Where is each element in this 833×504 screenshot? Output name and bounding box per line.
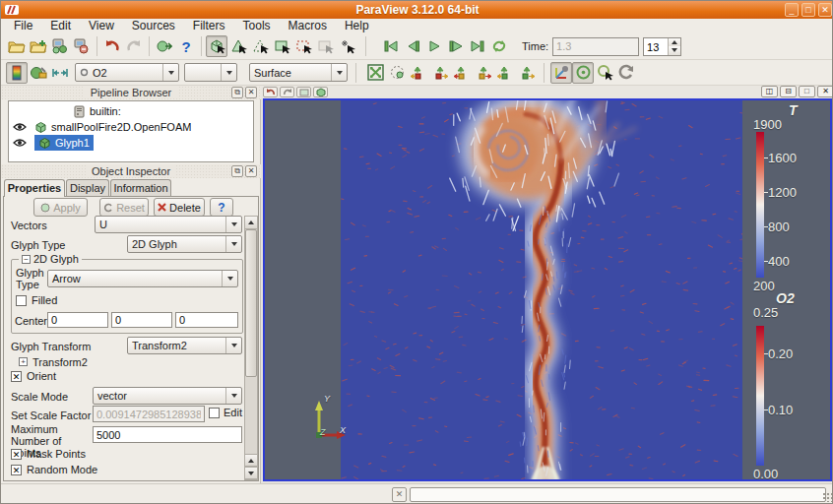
next-frame-button[interactable] xyxy=(445,35,467,57)
eye-visible-icon[interactable] xyxy=(13,122,27,132)
inspector-close-button[interactable]: ✕ xyxy=(245,165,257,177)
scroll-down-button[interactable] xyxy=(245,467,257,479)
pipeline-browser-header[interactable]: Pipeline Browser ⧉ ✕ xyxy=(1,86,261,99)
menu-item-view[interactable]: View xyxy=(80,19,123,33)
select-cells-through-button[interactable] xyxy=(271,35,292,57)
show-center-button[interactable] xyxy=(572,62,594,84)
glyph-transform-dropdown-button[interactable] xyxy=(225,338,241,353)
pipeline-selected-item[interactable]: Glyph1 xyxy=(34,135,94,151)
component-dropdown-button[interactable] xyxy=(221,64,236,81)
edit-color-map-button[interactable] xyxy=(28,62,49,84)
menu-item-help[interactable]: Help xyxy=(336,19,378,33)
edit-checkbox[interactable] xyxy=(209,408,220,418)
collapse-icon[interactable]: − xyxy=(22,255,31,264)
mask-points-checkbox[interactable]: ✕ xyxy=(11,449,22,460)
cancel-progress-button[interactable]: ✕ xyxy=(392,487,407,502)
camera-redo-button[interactable] xyxy=(280,87,294,97)
title-bar[interactable]: ParaView 3.12.0 64-bit _ □ ✕ xyxy=(1,1,833,19)
representation-combobox[interactable]: Surface xyxy=(249,63,348,82)
menu-item-tools[interactable]: Tools xyxy=(234,19,280,33)
play-button[interactable] xyxy=(423,35,445,57)
loop-button[interactable] xyxy=(488,35,510,57)
scale-factor-field[interactable] xyxy=(93,406,205,422)
max-points-field[interactable] xyxy=(93,426,242,443)
filled-checkbox[interactable] xyxy=(16,295,27,306)
tab-display[interactable]: Display xyxy=(66,179,109,196)
glyph-transform-combobox[interactable]: Transform2 xyxy=(127,337,242,354)
undo-button[interactable] xyxy=(101,35,123,57)
inspector-float-button[interactable]: ⧉ xyxy=(231,165,243,177)
expand-icon[interactable]: + xyxy=(19,357,28,366)
menu-item-sources[interactable]: Sources xyxy=(123,19,184,33)
view-minus-x-button[interactable] xyxy=(429,62,451,84)
delete-button[interactable]: Delete xyxy=(154,198,205,217)
toggle-2d-button[interactable] xyxy=(296,87,311,97)
tab-properties[interactable]: Properties xyxy=(4,179,65,197)
split-vertical-button[interactable]: ⊟ xyxy=(780,86,797,97)
eye-visible-icon[interactable] xyxy=(13,138,27,148)
last-frame-button[interactable] xyxy=(467,35,488,57)
time-value-field[interactable] xyxy=(552,37,639,56)
glyph2d-type-combobox[interactable]: Arrow xyxy=(47,270,238,287)
redo-button[interactable] xyxy=(123,35,145,57)
menu-item-edit[interactable]: Edit xyxy=(41,19,80,33)
inspector-help-button[interactable]: ? xyxy=(210,198,233,217)
select-cells-on-button[interactable] xyxy=(227,35,249,57)
color-by-dropdown-button[interactable] xyxy=(162,64,178,81)
color-by-combobox[interactable]: O2 xyxy=(75,63,179,82)
select-points-through-button[interactable] xyxy=(292,35,314,57)
menu-item-file[interactable]: File xyxy=(5,19,41,33)
interactive-select-button[interactable] xyxy=(336,35,357,57)
scrollbar-thumb[interactable] xyxy=(245,229,257,377)
properties-scrollbar[interactable] xyxy=(244,216,258,480)
orient-checkbox[interactable]: ✕ xyxy=(11,371,22,382)
select-points-on-button[interactable] xyxy=(249,35,271,57)
scroll-up2-button[interactable] xyxy=(245,454,257,467)
minimize-button[interactable]: _ xyxy=(785,3,799,17)
view-plus-x-button[interactable] xyxy=(408,62,429,84)
pipeline-close-button[interactable]: ✕ xyxy=(245,87,257,98)
reset-camera-button[interactable] xyxy=(364,62,386,84)
rescale-to-data-button[interactable] xyxy=(49,62,71,84)
pick-center-button[interactable] xyxy=(594,62,615,84)
frame-spinbox[interactable] xyxy=(643,37,681,56)
select-block-button[interactable] xyxy=(314,35,336,57)
split-horizontal-button[interactable]: ◫ xyxy=(761,86,778,97)
random-mode-checkbox[interactable]: ✕ xyxy=(11,465,22,475)
previous-frame-button[interactable] xyxy=(402,35,423,57)
pipeline-item-glyph[interactable]: Glyph1 xyxy=(11,135,94,151)
representation-dropdown-button[interactable] xyxy=(331,64,347,81)
connect-server-button[interactable] xyxy=(49,35,71,57)
center-y-field[interactable] xyxy=(111,312,172,328)
reset-button[interactable]: Reset xyxy=(99,198,149,217)
glyph-group-title[interactable]: − 2D Glyph xyxy=(19,253,82,265)
pipeline-server-item[interactable]: builtin: xyxy=(74,103,121,119)
menu-item-macros[interactable]: Macros xyxy=(280,19,336,33)
view-minus-y-button[interactable] xyxy=(473,62,494,84)
view-minus-z-button[interactable] xyxy=(516,62,538,84)
frame-up-button[interactable] xyxy=(669,38,680,47)
scale-mode-combobox[interactable]: vector xyxy=(93,387,242,405)
reset-center-button[interactable] xyxy=(615,62,637,84)
disconnect-server-button[interactable] xyxy=(71,35,93,57)
open-file-button[interactable] xyxy=(6,35,28,57)
frame-value-field[interactable] xyxy=(644,38,668,55)
camera-link-button[interactable] xyxy=(154,35,175,57)
maximize-view-button[interactable]: □ xyxy=(799,86,815,97)
show-orientation-axes-button[interactable] xyxy=(550,62,572,84)
view-plus-y-button[interactable] xyxy=(451,62,473,84)
tab-information[interactable]: Information xyxy=(110,179,171,196)
glyph-type-combobox[interactable]: 2D Glyph xyxy=(127,235,242,253)
glyph2d-dropdown-button[interactable] xyxy=(222,271,237,286)
toggle-3d-button[interactable] xyxy=(313,87,328,97)
interact-3d-button[interactable] xyxy=(206,35,227,57)
scroll-up-button[interactable] xyxy=(245,217,257,229)
component-combobox[interactable] xyxy=(184,63,237,82)
object-inspector-header[interactable]: Object Inspector ⧉ ✕ xyxy=(1,164,261,178)
maximize-button[interactable]: □ xyxy=(801,3,815,17)
scale-mode-dropdown-button[interactable] xyxy=(225,388,241,404)
zoom-to-data-button[interactable] xyxy=(386,62,408,84)
frame-down-button[interactable] xyxy=(669,46,680,55)
view-plus-z-button[interactable] xyxy=(494,62,516,84)
apply-button[interactable]: Apply xyxy=(33,198,88,217)
